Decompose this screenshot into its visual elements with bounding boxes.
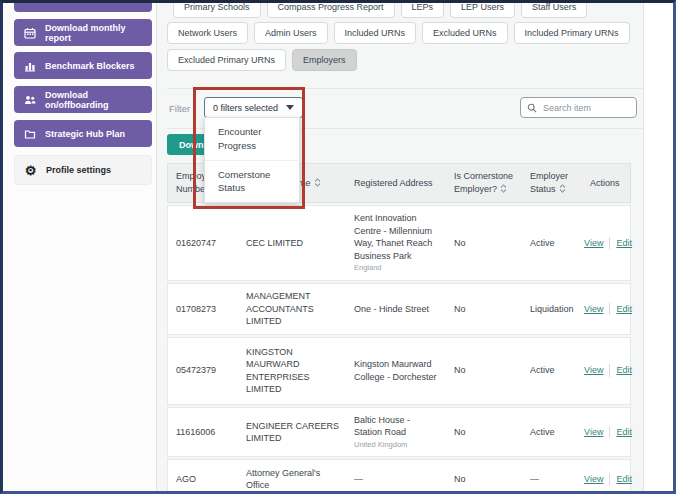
filter-dropdown[interactable]: 0 filters selected: [204, 97, 303, 118]
actions: ViewEdit: [582, 206, 632, 280]
employer-name: ENGINEER CAREERS LIMITED: [238, 408, 346, 457]
search-box: [520, 97, 637, 118]
employer-number: 01708273: [168, 284, 238, 334]
sidebar-item-label: Download on/offboarding: [45, 90, 143, 110]
people-icon: [23, 93, 36, 106]
sidebar-item-cutoff[interactable]: [14, 3, 152, 12]
employer-status: —: [522, 460, 582, 494]
search-input[interactable]: [541, 102, 630, 114]
filter-dropdown-value: 0 filters selected: [213, 103, 278, 113]
edit-link[interactable]: Edit: [609, 303, 632, 316]
registered-address: Kent Innovation Centre - Millennium Way,…: [346, 206, 446, 280]
address-country: England: [354, 263, 440, 274]
sort-icon: [500, 184, 507, 193]
tab-primary-schools[interactable]: Primary Schools: [173, 0, 261, 18]
search-icon: [527, 99, 537, 117]
address-country: United Kingdom: [354, 440, 440, 451]
view-link[interactable]: View: [584, 303, 603, 316]
sidebar-item-profile-settings[interactable]: ⚙ Profile settings: [14, 155, 152, 185]
tab-included-urns[interactable]: Included URNs: [334, 22, 417, 44]
table-row: 11616006 ENGINEER CAREERS LIMITED Baltic…: [167, 407, 631, 458]
employer-status: Active: [522, 206, 582, 280]
sidebar-item-label: Download monthly report: [45, 23, 143, 43]
column-header-registered-address: Registered Address: [346, 164, 446, 202]
actions: ViewEdit: [582, 460, 632, 494]
registered-address: One - Hinde Street: [346, 284, 446, 334]
sort-icon: [559, 184, 566, 193]
tab-leps[interactable]: LEPs: [401, 0, 445, 18]
employers-table: Employer Number Employer Name Registered…: [167, 163, 631, 494]
employer-number: AGO: [168, 460, 238, 494]
table-row: 01708273 MANAGEMENT ACCOUNTANTS LIMITED …: [167, 283, 631, 335]
folder-icon: [23, 127, 36, 140]
edit-link[interactable]: Edit: [609, 473, 632, 486]
actions: ViewEdit: [582, 284, 632, 334]
column-header-actions: Actions: [582, 164, 632, 202]
registered-address: —: [346, 460, 446, 494]
is-cornerstone: No: [446, 460, 522, 494]
tab-staff-users[interactable]: Staff Users: [521, 0, 587, 18]
tab-lep-users[interactable]: LEP Users: [450, 0, 515, 18]
right-margin-strip: [643, 3, 673, 491]
tab-row-3: Excluded Primary URNs Employers: [167, 49, 357, 71]
tab-compass-progress-report[interactable]: Compass Progress Report: [267, 0, 395, 18]
employer-number: 11616006: [168, 408, 238, 457]
actions: ViewEdit: [582, 338, 632, 404]
gear-icon: ⚙: [24, 164, 37, 177]
column-header-is-cornerstone[interactable]: Is Cornerstone Employer?: [446, 164, 522, 202]
table-row: AGO Attorney General's Office — No — Vie…: [167, 459, 631, 494]
sidebar-item-benchmark-blockers[interactable]: Benchmark Blockers: [14, 52, 152, 79]
view-link[interactable]: View: [584, 473, 603, 486]
calendar-icon: [23, 26, 36, 39]
employer-number: 01620747: [168, 206, 238, 280]
view-link[interactable]: View: [584, 237, 603, 250]
is-cornerstone: No: [446, 206, 522, 280]
section-divider: [167, 88, 643, 89]
is-cornerstone: No: [446, 338, 522, 404]
tab-network-users[interactable]: Network Users: [167, 22, 248, 44]
employer-status: Active: [522, 338, 582, 404]
employer-status: Liquidation: [522, 284, 582, 334]
employer-name: KINGSTON MAURWARD ENTERPRISES LIMITED: [238, 338, 346, 404]
registered-address: Kingston Maurward College - Dorchester: [346, 338, 446, 404]
tab-included-primary-urns[interactable]: Included Primary URNs: [514, 22, 630, 44]
tab-excluded-primary-urns[interactable]: Excluded Primary URNs: [167, 49, 286, 71]
sidebar-item-label: Benchmark Blockers: [45, 61, 135, 71]
employer-name: MANAGEMENT ACCOUNTANTS LIMITED: [238, 284, 346, 334]
tab-employers[interactable]: Employers: [292, 49, 357, 71]
tab-row-1: Primary Schools Compass Progress Report …: [173, 0, 587, 18]
employer-number: 05472379: [168, 338, 238, 404]
employer-status: Active: [522, 408, 582, 457]
tab-admin-users[interactable]: Admin Users: [254, 22, 328, 44]
table-row: 01620747 CEC LIMITED Kent Innovation Cen…: [167, 205, 631, 281]
chevron-down-icon: [286, 105, 294, 110]
filter-dropdown-menu: Encounter Progress Cornerstone Status: [204, 117, 300, 203]
sidebar-item-label: Strategic Hub Plan: [45, 129, 125, 139]
menu-item-encounter-progress[interactable]: Encounter Progress: [205, 118, 299, 160]
edit-link[interactable]: Edit: [609, 237, 632, 250]
view-link[interactable]: View: [584, 364, 603, 377]
is-cornerstone: No: [446, 284, 522, 334]
sidebar-item-strategic-hub-plan[interactable]: Strategic Hub Plan: [14, 120, 152, 147]
view-link[interactable]: View: [584, 426, 603, 439]
filter-label: Filter: [169, 103, 190, 114]
edit-link[interactable]: Edit: [609, 426, 632, 439]
is-cornerstone: No: [446, 408, 522, 457]
tab-row-2: Network Users Admin Users Included URNs …: [167, 22, 630, 44]
menu-item-cornerstone-status[interactable]: Cornerstone Status: [205, 160, 299, 203]
app-window: Download monthly report Benchmark Blocke…: [0, 0, 676, 494]
sidebar-item-download-onoffboarding[interactable]: Download on/offboarding: [14, 86, 152, 113]
edit-link[interactable]: Edit: [609, 364, 632, 377]
bar-chart-icon: [23, 59, 36, 72]
sidebar-item-download-monthly-report[interactable]: Download monthly report: [14, 19, 152, 46]
employer-name: CEC LIMITED: [238, 206, 346, 280]
column-header-employer-status[interactable]: Employer Status: [522, 164, 582, 202]
main-content: Primary Schools Compass Progress Report …: [157, 3, 673, 491]
sort-icon: [314, 178, 321, 187]
registered-address: Baltic House - Station RoadUnited Kingdo…: [346, 408, 446, 457]
actions: ViewEdit: [582, 408, 632, 457]
sidebar: Download monthly report Benchmark Blocke…: [3, 3, 157, 491]
tab-excluded-urns[interactable]: Excluded URNs: [422, 22, 508, 44]
table-row: 05472379 KINGSTON MAURWARD ENTERPRISES L…: [167, 337, 631, 405]
sidebar-item-label: Profile settings: [46, 165, 111, 175]
